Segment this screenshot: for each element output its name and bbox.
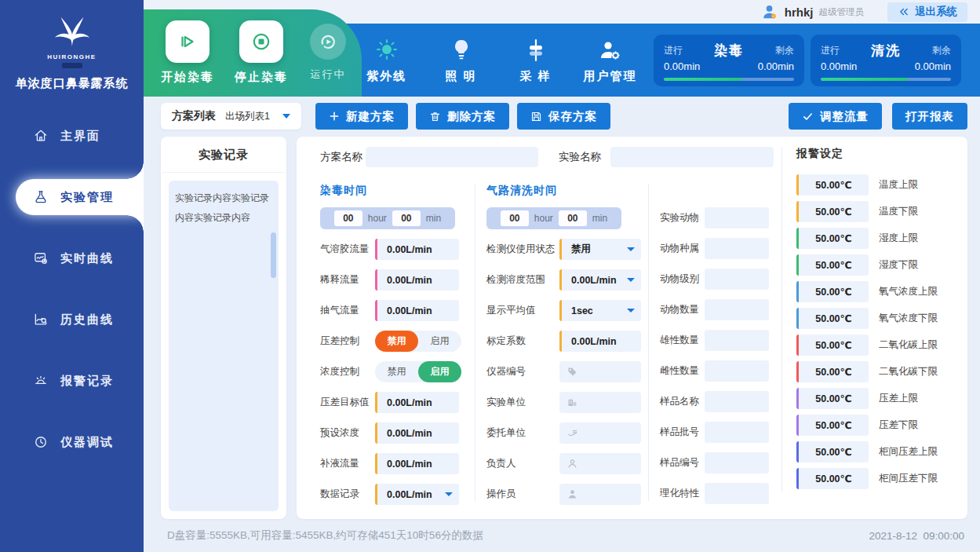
- minute-input[interactable]: 00: [559, 210, 587, 226]
- experiment-unit-input[interactable]: [559, 392, 641, 413]
- plan-name-input[interactable]: [366, 147, 538, 167]
- start-poison-button[interactable]: [166, 20, 209, 63]
- experiment-name-input[interactable]: [610, 147, 774, 167]
- chevron-down-icon[interactable]: [445, 492, 453, 496]
- alarm-value-input[interactable]: 50.00℃: [796, 441, 869, 462]
- save-plan-button[interactable]: 保存方案: [517, 103, 610, 130]
- alarm-value-input[interactable]: 50.00℃: [796, 174, 869, 196]
- new-plan-button[interactable]: 新建方案: [315, 103, 408, 130]
- field-input[interactable]: 0.00L/min: [375, 239, 459, 260]
- hour-input[interactable]: 00: [501, 210, 529, 226]
- sidebar-item-alarm-records[interactable]: 报警记录: [0, 363, 144, 399]
- disable-option[interactable]: 禁用: [375, 331, 418, 352]
- sidebar-item-label: 报警记录: [60, 374, 114, 389]
- lighting-label: 照 明: [424, 69, 498, 84]
- record-list[interactable]: 实验记录内容实验记录内容实验记录内容: [169, 181, 279, 511]
- alarm-value: 50.00℃: [815, 259, 851, 271]
- open-report-button[interactable]: 打开报表: [892, 103, 967, 130]
- field-input[interactable]: 0.00L/min: [375, 300, 459, 321]
- logout-button[interactable]: 退出系统: [887, 2, 967, 22]
- main-panels: 实验记录 实验记录内容实验记录内容实验记录内容 方案名称 实验名称: [161, 137, 967, 519]
- alarm-value-input[interactable]: 50.00℃: [796, 308, 869, 329]
- field-input[interactable]: [705, 483, 769, 504]
- chevron-down-icon: [282, 114, 290, 119]
- lighting-button[interactable]: 照 明: [424, 36, 498, 84]
- field-input[interactable]: 0.00L/min: [375, 392, 459, 413]
- alarm-value: 50.00℃: [815, 446, 851, 458]
- alarm-value-input[interactable]: 50.00℃: [796, 468, 869, 489]
- field-input[interactable]: [705, 207, 769, 228]
- content-area: 方案列表 出场列表1 新建方案 删除方案: [144, 97, 980, 552]
- alarm-label: 压差下限: [879, 419, 918, 432]
- instrument-number-input[interactable]: [559, 361, 641, 382]
- play-icon: [177, 31, 198, 52]
- field-input[interactable]: 0.00L/min: [375, 453, 459, 474]
- field-input[interactable]: [705, 299, 769, 320]
- sampling-button[interactable]: 采 样: [498, 36, 573, 84]
- field-input[interactable]: [705, 422, 769, 443]
- sidebar-item-experiment[interactable]: 实验管理: [16, 179, 144, 215]
- field-input[interactable]: 0.00L/min: [559, 269, 641, 291]
- supervisor-input[interactable]: [559, 453, 641, 474]
- operator-input[interactable]: [559, 484, 641, 505]
- form-field-row: 压差目标值 0.00L/min: [320, 392, 465, 413]
- enable-option[interactable]: 启用: [418, 361, 461, 382]
- stop-poison-button[interactable]: [239, 20, 283, 63]
- alarm-value-input[interactable]: 50.00℃: [796, 334, 869, 356]
- record-item[interactable]: 实验记录内容实验记录内容实验记录内容: [175, 188, 272, 228]
- adjust-flow-button[interactable]: 调整流量: [789, 103, 882, 130]
- status-bar: D盘容量:5555KB,可用容量:5455KB,约可存储451天10时56分的数…: [161, 519, 967, 552]
- minute-input[interactable]: 00: [392, 210, 421, 226]
- field-input[interactable]: 0.00L/min: [375, 484, 459, 505]
- sidebar-item-instrument-debug[interactable]: 仪器调试: [0, 424, 144, 460]
- alarm-value-input[interactable]: 50.00℃: [796, 388, 869, 409]
- field-input[interactable]: 0.00L/min: [559, 331, 641, 352]
- operator-row: 操作员: [486, 484, 643, 505]
- field-input[interactable]: 禁用: [559, 239, 641, 260]
- field-input[interactable]: [705, 391, 769, 412]
- alarm-value-input[interactable]: 50.00℃: [796, 415, 869, 436]
- field-input[interactable]: [705, 238, 769, 259]
- scrollbar-thumb[interactable]: [271, 232, 276, 278]
- app-window: HUIRONGHE 单浓度口鼻暴露系统 主界面 实验管理 实时: [0, 0, 980, 552]
- field-input[interactable]: 0.00L/min: [375, 269, 459, 291]
- alarm-setting-row: 50.00℃ 氧气浓度上限: [796, 281, 955, 302]
- delete-plan-label: 删除方案: [447, 109, 496, 124]
- form-field-row: 检测仪使用状态 禁用: [486, 239, 643, 260]
- sidebar-item-home[interactable]: 主界面: [0, 118, 144, 154]
- sidebar-item-realtime-curve[interactable]: 实时曲线: [0, 240, 144, 276]
- form-field-row: 实验动物: [660, 207, 770, 228]
- alarm-value-input[interactable]: 50.00℃: [796, 228, 869, 249]
- form-field-row: 样品名称: [660, 391, 770, 412]
- field-input[interactable]: [705, 269, 769, 290]
- chevron-down-icon[interactable]: [627, 247, 635, 251]
- plan-list-select[interactable]: 方案列表 出场列表1: [161, 103, 301, 130]
- run-control-bar: 开始染毒 停止染毒 运行中: [144, 9, 362, 97]
- hour-input[interactable]: 00: [334, 210, 362, 226]
- adjust-flow-label: 调整流量: [820, 109, 869, 124]
- alarm-value-input[interactable]: 50.00℃: [796, 281, 869, 302]
- progress-value: 0.00min: [821, 60, 857, 72]
- field-input[interactable]: [705, 330, 769, 351]
- chevron-down-icon[interactable]: [627, 309, 635, 313]
- client-unit-input[interactable]: [559, 422, 641, 444]
- alarm-value-input[interactable]: 50.00℃: [796, 254, 869, 276]
- disable-option[interactable]: 禁用: [375, 361, 418, 382]
- field-input[interactable]: [705, 360, 769, 382]
- user-management-button[interactable]: 用户管理: [573, 36, 647, 84]
- form-field-row: 标定系数 0.00L/min: [486, 331, 643, 352]
- delete-plan-button[interactable]: 删除方案: [416, 103, 509, 130]
- alarm-value-input[interactable]: 50.00℃: [796, 361, 869, 382]
- alarm-value-input[interactable]: 50.00℃: [796, 201, 869, 222]
- enable-option[interactable]: 启用: [418, 331, 461, 352]
- field-input[interactable]: 0.00L/min: [375, 422, 459, 444]
- chevron-down-icon[interactable]: [627, 278, 635, 282]
- field-input[interactable]: [705, 452, 769, 473]
- field-label: 实验动物: [660, 211, 705, 225]
- home-icon: [33, 128, 49, 144]
- field-label: 检测仪使用状态: [486, 243, 559, 256]
- sidebar-item-history-curve[interactable]: 历史曲线: [0, 302, 144, 338]
- clean-status-card: 进行 清洗 剩余 0.00min 0.00min: [811, 35, 961, 86]
- field-input[interactable]: 1sec: [559, 300, 641, 321]
- field-label: 实验单位: [486, 396, 559, 409]
